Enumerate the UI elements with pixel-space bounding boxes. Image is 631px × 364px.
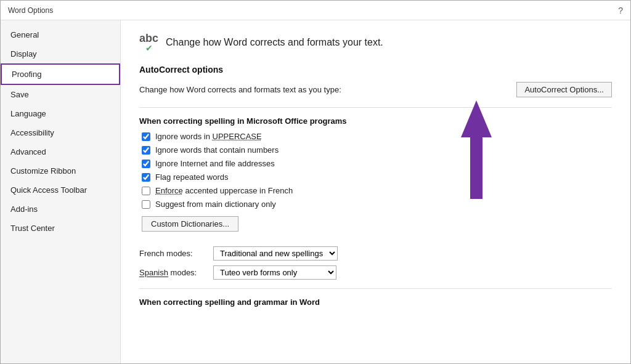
ignore-numbers-label: Ignore words that contain numbers xyxy=(155,145,279,155)
word-options-window: Word Options ? General Display Proofing … xyxy=(0,0,631,364)
spanish-underlined: Spanish xyxy=(139,268,168,277)
checkbox-row-ignore-internet: Ignore Internet and file addresses xyxy=(139,159,612,168)
abc-text: abc xyxy=(139,33,158,44)
divider-1 xyxy=(139,107,612,108)
ignore-numbers-checkbox[interactable] xyxy=(142,146,150,155)
ignore-uppercase-label: Ignore words in UPPERCASE xyxy=(155,132,262,141)
sidebar-item-add-ins[interactable]: Add-ins xyxy=(1,200,120,219)
enforce-underlined: Enforce xyxy=(155,186,183,195)
spanish-modes-label: Spanish modes: xyxy=(139,268,213,277)
flag-repeated-checkbox[interactable] xyxy=(142,173,150,182)
custom-dicts-row: Custom Dictionaries... xyxy=(142,216,612,240)
flag-repeated-label: Flag repeated words xyxy=(155,172,229,182)
spanish-modes-row: Spanish modes: Tuteo verb forms only Tut… xyxy=(139,265,612,280)
checkbox-row-suggest-main: Suggest from main dictionary only xyxy=(139,200,612,209)
checkbox-row-ignore-numbers: Ignore words that contain numbers xyxy=(139,145,612,155)
title-bar: Word Options ? xyxy=(1,1,630,20)
suggest-main-checkbox[interactable] xyxy=(142,200,150,209)
autocorrect-title: AutoCorrect options xyxy=(139,65,612,75)
ignore-internet-checkbox[interactable] xyxy=(142,160,150,168)
window-title: Word Options xyxy=(8,6,53,15)
spelling-section: When correcting spelling in Microsoft Of… xyxy=(139,116,612,280)
enforce-french-label: Enforce accented uppercase in French xyxy=(155,186,293,195)
french-modes-select[interactable]: Traditional and new spellings Traditiona… xyxy=(213,246,338,261)
checkbox-row-flag-repeated: Flag repeated words xyxy=(139,172,612,182)
french-modes-label: French modes: xyxy=(139,249,213,258)
ignore-uppercase-checkbox[interactable] xyxy=(142,132,150,141)
autocorrect-section: AutoCorrect options Change how Word corr… xyxy=(139,65,612,97)
sidebar-item-accessibility[interactable]: Accessibility xyxy=(1,123,120,142)
divider-2 xyxy=(139,288,612,289)
help-button[interactable]: ? xyxy=(618,6,623,15)
spanish-modes-select[interactable]: Tuteo verb forms only Tuteo and Voseo ve… xyxy=(213,265,336,280)
checkbox-row-enforce-french: Enforce accented uppercase in French xyxy=(139,186,612,195)
main-panel: abc ✔ Change how Word corrects and forma… xyxy=(121,20,630,363)
sidebar-item-trust-center[interactable]: Trust Center xyxy=(1,219,120,238)
sidebar-item-advanced[interactable]: Advanced xyxy=(1,142,120,161)
grammar-subtitle: When correcting spelling and grammar in … xyxy=(139,297,612,307)
grammar-section: When correcting spelling and grammar in … xyxy=(139,297,612,307)
french-modes-row: French modes: Traditional and new spelli… xyxy=(139,246,612,261)
sidebar-item-customize-ribbon[interactable]: Customize Ribbon xyxy=(1,161,120,180)
checkmark-icon: ✔ xyxy=(145,44,153,52)
ignore-internet-label: Ignore Internet and file addresses xyxy=(155,159,275,168)
enforce-french-checkbox[interactable] xyxy=(142,187,150,195)
sidebar-item-save[interactable]: Save xyxy=(1,85,120,104)
main-content: General Display Proofing Save Language A… xyxy=(1,20,630,363)
sidebar-item-general[interactable]: General xyxy=(1,25,120,44)
checkbox-row-ignore-uppercase: Ignore words in UPPERCASE xyxy=(139,132,612,141)
sidebar-item-display[interactable]: Display xyxy=(1,44,120,63)
sidebar-item-language[interactable]: Language xyxy=(1,104,120,123)
autocorrect-label: Change how Word corrects and formats tex… xyxy=(139,85,341,94)
sidebar-item-quick-access-toolbar[interactable]: Quick Access Toolbar xyxy=(1,180,120,200)
sidebar: General Display Proofing Save Language A… xyxy=(1,20,121,363)
spelling-subtitle: When correcting spelling in Microsoft Of… xyxy=(139,116,612,126)
autocorrect-options-button[interactable]: AutoCorrect Options... xyxy=(516,82,612,97)
sidebar-item-proofing[interactable]: Proofing xyxy=(1,63,120,85)
abc-icon: abc ✔ xyxy=(139,33,158,52)
header-description: Change how Word corrects and formats you… xyxy=(166,37,383,48)
header-row: abc ✔ Change how Word corrects and forma… xyxy=(139,33,612,52)
uppercase-underlined: UPPERCASE xyxy=(213,132,262,141)
autocorrect-row: Change how Word corrects and formats tex… xyxy=(139,82,612,97)
suggest-main-label: Suggest from main dictionary only xyxy=(155,200,276,209)
custom-dicts-button[interactable]: Custom Dictionaries... xyxy=(142,216,238,232)
